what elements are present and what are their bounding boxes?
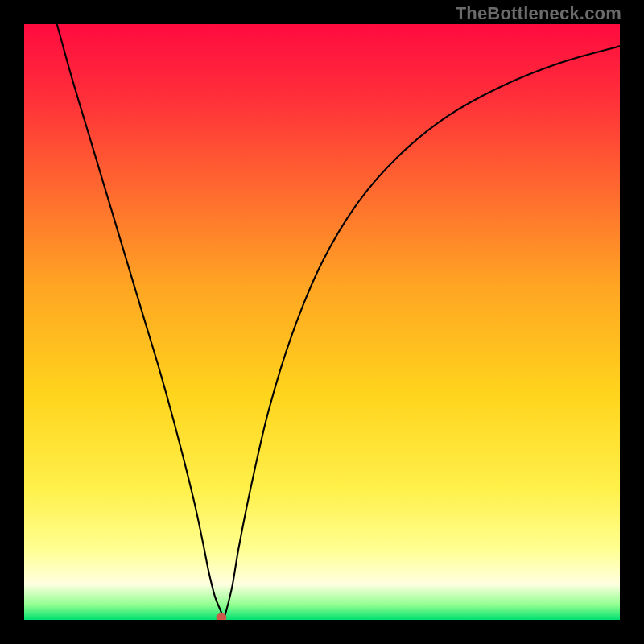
plot-background [24,24,620,620]
plot-frame [24,24,620,620]
watermark-text: TheBottleneck.com [456,3,621,24]
plot-svg [24,24,620,620]
